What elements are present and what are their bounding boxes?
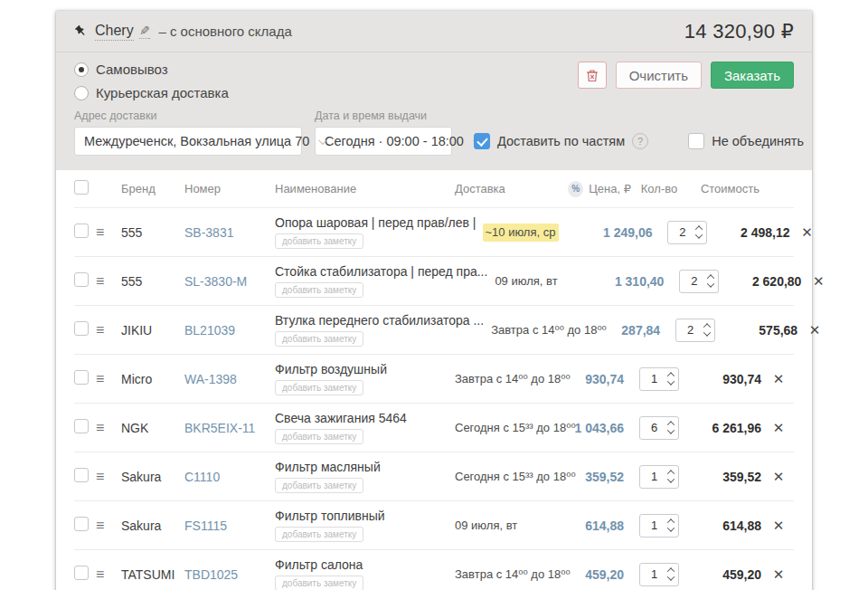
remove-item-icon[interactable]: ✕ — [773, 469, 785, 484]
drag-handle-icon[interactable]: ≡ — [96, 224, 104, 240]
radio-option-pickup[interactable]: Самовывоз — [74, 62, 229, 77]
qty-decrease-icon[interactable] — [703, 328, 711, 336]
qty-decrease-icon[interactable] — [667, 475, 675, 482]
delivery-text: ~10 июля, ср — [483, 224, 559, 242]
table-row: ≡ Sakura C1110 Фильтр масляный добавить … — [74, 452, 794, 501]
price-value: 1 249,06 — [596, 225, 659, 240]
add-note-button[interactable]: добавить заметку — [275, 331, 363, 347]
address-select[interactable]: Междуреченск, Вокзальная улица 70 — [74, 127, 302, 156]
cost-value: 614,88 — [687, 519, 763, 533]
part-number-link[interactable]: BL21039 — [184, 323, 275, 338]
qty-decrease-icon[interactable] — [667, 377, 675, 385]
cost-value: 2 620,80 — [727, 274, 803, 289]
drag-handle-icon[interactable]: ≡ — [96, 322, 104, 338]
edit-name-icon[interactable]: ✎ — [139, 24, 150, 39]
part-number-link[interactable]: C1110 — [184, 470, 275, 484]
quantity-value: 1 — [640, 567, 668, 581]
add-note-button[interactable]: добавить заметку — [275, 233, 363, 249]
datetime-select[interactable]: Сегодня · 09:00 - 18:00 — [315, 127, 452, 156]
delete-selected-button[interactable] — [578, 62, 607, 89]
discount-percent-icon[interactable]: % — [568, 181, 583, 197]
add-note-button[interactable]: добавить заметку — [275, 380, 363, 395]
price-value: 930,74 — [568, 372, 631, 386]
split-delivery-checkbox[interactable] — [474, 133, 490, 149]
add-note-button[interactable]: добавить заметку — [275, 527, 363, 542]
remove-item-icon[interactable]: ✕ — [773, 420, 785, 435]
add-note-button[interactable]: добавить заметку — [275, 429, 363, 444]
price-value: 614,88 — [568, 519, 631, 533]
quantity-stepper[interactable]: 1 — [639, 514, 679, 538]
no-merge-option[interactable]: Не объединять — [688, 133, 804, 149]
row-checkbox[interactable] — [74, 419, 89, 433]
part-number-link[interactable]: WA-1398 — [184, 372, 275, 386]
pin-icon — [74, 24, 88, 38]
vehicle-name[interactable]: Chery — [95, 23, 134, 41]
remove-item-icon[interactable]: ✕ — [773, 566, 785, 582]
table-row: ≡ Micro WA-1398 Фильтр воздушный добавит… — [74, 355, 794, 404]
qty-decrease-icon[interactable] — [667, 573, 675, 580]
part-number-link[interactable]: SB-3831 — [184, 225, 275, 240]
warehouse-subtitle: – с основного склада — [158, 24, 291, 39]
quantity-value: 1 — [640, 470, 668, 483]
radio-option-courier[interactable]: Курьерская доставка — [74, 85, 229, 100]
quantity-stepper[interactable]: 1 — [639, 465, 679, 489]
qty-decrease-icon[interactable] — [707, 280, 714, 287]
row-checkbox[interactable] — [74, 321, 89, 336]
select-all-checkbox[interactable] — [74, 180, 89, 195]
drag-handle-icon[interactable]: ≡ — [96, 566, 104, 582]
order-button[interactable]: Заказать — [711, 62, 794, 89]
quantity-stepper[interactable]: 2 — [679, 270, 719, 293]
qty-decrease-icon[interactable] — [667, 426, 675, 433]
remove-item-icon[interactable]: ✕ — [809, 322, 821, 338]
part-number-link[interactable]: SL-3830-M — [184, 274, 275, 289]
add-note-button[interactable]: добавить заметку — [275, 478, 363, 493]
qty-decrease-icon[interactable] — [667, 524, 675, 531]
controls-row: Самовывоз Курьерская доставка — [74, 52, 794, 104]
quantity-stepper[interactable]: 2 — [675, 319, 715, 342]
brand-cell: TATSUMI — [121, 567, 184, 582]
drag-handle-icon[interactable]: ≡ — [96, 420, 104, 435]
no-merge-checkbox[interactable] — [688, 133, 704, 149]
table-header-row: Бренд Номер Наименование Доставка % Цена… — [74, 170, 794, 208]
remove-item-icon[interactable]: ✕ — [773, 518, 785, 533]
part-number-link[interactable]: FS1115 — [184, 519, 275, 533]
drag-handle-icon[interactable]: ≡ — [96, 469, 104, 484]
remove-item-icon[interactable]: ✕ — [773, 371, 785, 386]
header-qty: Кол-во — [631, 182, 687, 195]
add-note-button[interactable]: добавить заметку — [275, 282, 363, 298]
quantity-stepper[interactable]: 1 — [639, 367, 679, 391]
row-checkbox[interactable] — [74, 517, 89, 531]
part-number-link[interactable]: BKR5EIX-11 — [184, 421, 275, 435]
radio-pickup-label: Самовывоз — [96, 62, 168, 77]
drag-handle-icon[interactable]: ≡ — [96, 273, 104, 289]
delivery-type-group: Самовывоз Курьерская доставка — [74, 62, 229, 100]
part-number-link[interactable]: TBD1025 — [184, 567, 275, 582]
row-checkbox[interactable] — [74, 272, 89, 287]
price-value: 287,84 — [604, 323, 667, 338]
remove-item-icon[interactable]: ✕ — [801, 224, 813, 240]
qty-decrease-icon[interactable] — [695, 231, 703, 238]
table-row: ≡ 555 SL-3830-M Стойка стабилизатора | п… — [74, 257, 794, 306]
address-label: Адрес доставки — [74, 109, 302, 122]
drag-handle-icon[interactable]: ≡ — [96, 518, 104, 533]
clear-cart-button[interactable]: Очистить — [616, 62, 702, 89]
radio-pickup[interactable] — [74, 62, 89, 77]
row-checkbox[interactable] — [74, 224, 89, 238]
cart-card: Chery ✎ – с основного склада 14 320,90 ₽… — [56, 11, 812, 590]
cost-value: 930,74 — [687, 372, 763, 386]
quantity-stepper[interactable]: 2 — [667, 221, 707, 244]
header-brand: Бренд — [121, 182, 184, 195]
address-value: Междуреченск, Вокзальная улица 70 — [84, 134, 309, 148]
split-delivery-option[interactable]: Доставить по частям — [474, 133, 625, 149]
row-checkbox[interactable] — [74, 566, 89, 580]
row-checkbox[interactable] — [74, 468, 89, 482]
drag-handle-icon[interactable]: ≡ — [96, 371, 104, 386]
quantity-stepper[interactable]: 6 — [639, 416, 679, 440]
quantity-stepper[interactable]: 1 — [639, 563, 679, 586]
add-note-button[interactable]: добавить заметку — [275, 576, 363, 590]
row-checkbox[interactable] — [74, 370, 89, 385]
brand-cell: NGK — [121, 421, 184, 435]
remove-item-icon[interactable]: ✕ — [813, 273, 825, 289]
help-icon[interactable]: ? — [632, 133, 648, 149]
radio-courier[interactable] — [74, 86, 89, 100]
